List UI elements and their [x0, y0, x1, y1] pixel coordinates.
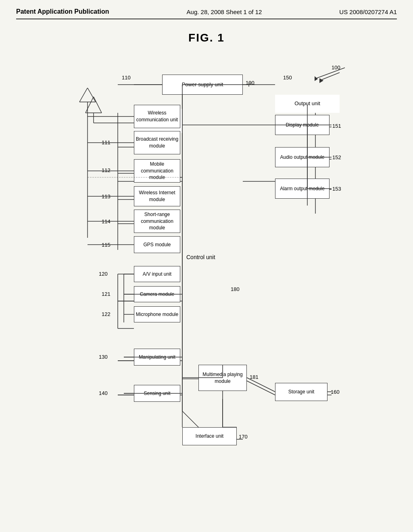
ref-115: 115 — [102, 242, 111, 248]
output-unit-box: Output unit — [275, 95, 340, 113]
diagram: 100 110 Power supply unit 190 150 Output… — [25, 60, 388, 484]
header-right: US 2008/0207274 A1 — [339, 8, 397, 15]
header-left: Patent Application Publication — [16, 8, 109, 15]
header-center: Aug. 28, 2008 Sheet 1 of 12 — [187, 8, 262, 15]
ref-122: 122 — [102, 311, 111, 317]
ref-150: 150 — [283, 75, 292, 81]
ref-111: 111 — [102, 139, 111, 145]
gps-box: GPS module — [134, 236, 180, 253]
ref-140: 140 — [99, 390, 108, 396]
ref-120: 120 — [99, 271, 108, 277]
multimedia-box: Multimedia playing module — [198, 365, 247, 391]
ref-121: 121 — [102, 291, 111, 297]
ref-190: 190 — [246, 80, 254, 86]
svg-line-80 — [315, 68, 345, 79]
svg-line-25 — [243, 379, 275, 395]
sensing-box: Sensing unit — [134, 385, 180, 402]
microphone-box: Microphone module — [134, 306, 180, 322]
svg-marker-35 — [319, 78, 323, 83]
alarm-box: Alarm output module — [275, 179, 330, 199]
wireless-internet-box: Wireless Internet module — [134, 186, 180, 206]
broadcast-box: Broadcast receiving module — [134, 131, 180, 154]
av-input-box: A/V input unit — [134, 266, 180, 282]
control-unit-label: Control unit — [186, 254, 215, 260]
svg-line-34 — [319, 73, 340, 81]
storage-box: Storage unit — [275, 383, 327, 401]
ref-180: 180 — [231, 286, 240, 292]
ref-112: 112 — [102, 167, 111, 173]
ref-160: 160 — [331, 389, 340, 395]
svg-line-39 — [79, 88, 88, 102]
ref-181: 181 — [250, 374, 259, 380]
ref-110: 110 — [122, 75, 131, 81]
short-range-box: Short-range communication module — [134, 210, 180, 233]
page: Patent Application Publication Aug. 28, … — [0, 0, 413, 532]
ref-153: 153 — [332, 186, 341, 192]
ref-113: 113 — [102, 193, 111, 200]
power-supply-box: Power supply unit — [162, 75, 243, 95]
wireless-comm-unit-box: Wireless communication unit — [134, 105, 180, 128]
ref-100: 100 — [332, 64, 340, 71]
ref-130: 130 — [99, 354, 108, 360]
ref-170: 170 — [239, 434, 248, 440]
ref-152: 152 — [332, 154, 341, 160]
svg-marker-81 — [315, 76, 318, 81]
ref-151: 151 — [332, 123, 341, 129]
display-module-box: Display module — [275, 115, 330, 135]
svg-line-40 — [88, 88, 96, 102]
ref-114: 114 — [102, 218, 111, 224]
audio-output-box: Audio output module — [275, 147, 330, 167]
header: Patent Application Publication Aug. 28, … — [16, 8, 397, 19]
antenna-icon — [77, 88, 98, 110]
mobile-comm-box: Mobile communication module — [134, 159, 180, 183]
camera-box: Camera module — [134, 286, 180, 302]
interface-box: Interface unit — [182, 427, 237, 445]
figure-title: FIG. 1 — [16, 31, 397, 44]
manipulating-box: Manipulating unit — [134, 349, 180, 366]
